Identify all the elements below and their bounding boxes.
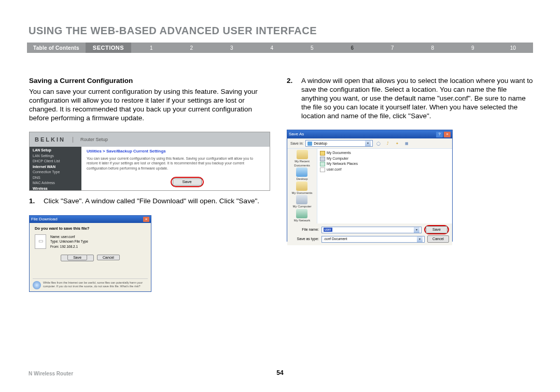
desktop-icon — [307, 142, 312, 146]
new-folder-icon[interactable]: ✦ — [394, 140, 401, 147]
sidebar-lan-settings[interactable]: LAN Settings — [33, 153, 78, 159]
file-icon: ▭ — [35, 234, 46, 249]
close-icon[interactable]: × — [444, 132, 451, 137]
highlight-ring: Save — [61, 255, 94, 261]
list-item[interactable]: My Network Places — [320, 161, 450, 167]
help-icon[interactable]: ? — [436, 132, 443, 137]
file-download-type: Type: Unknown File Type — [50, 239, 88, 244]
nav-section-4[interactable]: 4 — [252, 45, 292, 51]
save-type-label: Save as type: — [290, 237, 319, 242]
page-number: 54 — [276, 369, 283, 376]
sidebar-mac-address[interactable]: MAC Address — [33, 180, 78, 186]
shield-icon — [33, 281, 41, 289]
file-download-question: Do you want to save this file? — [35, 226, 146, 231]
file-list[interactable]: My Documents My Computer My Network Plac… — [317, 149, 452, 223]
list-item[interactable]: user.conf — [320, 167, 450, 173]
places-bar: My Recent Documents Desktop My Documents… — [287, 149, 317, 223]
nav-section-3[interactable]: 3 — [212, 45, 252, 51]
figure-router-setup: BELKIN Router Setup LAN Setup LAN Settin… — [29, 132, 270, 191]
step-1-number: 1. — [29, 197, 44, 206]
network-icon — [320, 162, 325, 166]
highlight-ring: Save — [424, 225, 449, 234]
nav-section-9[interactable]: 9 — [453, 45, 493, 51]
file-download-name: Name: user.conf — [50, 234, 88, 240]
nav-sections-label: SECTIONS — [86, 43, 131, 53]
router-save-button[interactable]: Save — [173, 178, 202, 186]
place-recent-documents[interactable]: My Recent Documents — [287, 150, 317, 167]
nav-section-6[interactable]: 6 — [332, 45, 373, 51]
place-desktop[interactable]: Desktop — [296, 167, 307, 181]
router-sidebar: LAN Setup LAN Settings DHCP Client List … — [30, 147, 81, 190]
file-icon — [320, 167, 325, 172]
nav-section-2[interactable]: 2 — [172, 45, 212, 51]
belkin-logo: BELKIN — [35, 136, 65, 144]
router-setup-label: Router Setup — [73, 137, 108, 143]
save-in-label: Save in: — [290, 142, 303, 146]
folder-icon — [320, 151, 325, 156]
file-download-title: File Download — [31, 217, 58, 222]
save-as-title: Save As — [289, 132, 304, 137]
highlight-ring: Save — [171, 177, 204, 187]
nav-section-10[interactable]: 10 — [493, 45, 534, 51]
figure-file-download-dialog: File Download × Do you want to save this… — [29, 215, 151, 292]
sidebar-connection-type[interactable]: Connection Type — [33, 170, 78, 175]
step-2-text: A window will open that allows you to se… — [301, 77, 533, 120]
back-icon[interactable]: ◯ — [375, 140, 382, 147]
chevron-down-icon[interactable]: ▾ — [414, 227, 419, 233]
place-my-documents[interactable]: My Documents — [291, 181, 312, 195]
file-name-input[interactable]: user▾ — [321, 227, 422, 233]
section-navbar: Table of Contents SECTIONS 1 2 3 4 5 6 7… — [27, 43, 533, 53]
sidebar-dhcp[interactable]: DHCP Client List — [33, 159, 78, 164]
place-my-network[interactable]: My Network — [294, 209, 311, 223]
nav-section-5[interactable]: 5 — [292, 45, 332, 51]
subheading: Saving a Current Configuration — [29, 77, 270, 86]
nav-section-8[interactable]: 8 — [413, 45, 453, 51]
step-2-number: 2. — [287, 77, 301, 120]
save-as-save-button[interactable]: Save — [426, 226, 447, 233]
list-item[interactable]: My Documents — [320, 150, 450, 156]
nav-toc-link[interactable]: Table of Contents — [27, 45, 86, 51]
figure-save-as-dialog: Save As ? × Save in: Desktop ▾ ◯ ⤴ ✦ ▦ M… — [287, 130, 453, 242]
chevron-down-icon[interactable]: ▾ — [417, 236, 423, 242]
file-download-warning: While files from the Internet can be use… — [43, 281, 148, 289]
computer-icon — [320, 157, 325, 161]
close-icon[interactable]: × — [143, 217, 149, 222]
nav-section-7[interactable]: 7 — [372, 45, 413, 51]
router-breadcrumb[interactable]: Utilities > Save/Backup Current Settings — [87, 149, 264, 154]
file-download-from: From: 192.168.2.1 — [50, 244, 88, 249]
views-icon[interactable]: ▦ — [403, 140, 410, 147]
nav-section-1[interactable]: 1 — [131, 45, 172, 51]
footer-product-name: N Wireless Router — [29, 371, 73, 376]
router-description: You can save your current configuration … — [87, 156, 264, 170]
step-1-text: Click "Save". A window called "File Down… — [44, 197, 270, 206]
sidebar-dns[interactable]: DNS — [33, 175, 78, 181]
file-download-cancel-button[interactable]: Cancel — [97, 255, 120, 260]
place-my-computer[interactable]: My Computer — [292, 195, 311, 209]
file-name-label: File name: — [290, 228, 319, 232]
chevron-down-icon[interactable]: ▾ — [365, 141, 371, 146]
save-as-cancel-button[interactable]: Cancel — [427, 235, 449, 243]
sidebar-lan-setup[interactable]: LAN Setup — [33, 148, 78, 153]
sidebar-internet-wan[interactable]: Internet WAN — [33, 164, 78, 170]
save-in-dropdown[interactable]: Desktop ▾ — [305, 140, 373, 147]
page-title: USING THE WEB-BASED ADVANCED USER INTERF… — [29, 25, 317, 37]
save-type-dropdown[interactable]: .conf Document▾ — [321, 236, 425, 243]
intro-paragraph: You can save your current configuration … — [29, 88, 270, 123]
sidebar-wireless[interactable]: Wireless — [33, 186, 78, 192]
list-item[interactable]: My Computer — [320, 156, 450, 162]
file-download-save-button[interactable]: Save — [67, 255, 87, 260]
up-folder-icon[interactable]: ⤴ — [384, 140, 391, 147]
